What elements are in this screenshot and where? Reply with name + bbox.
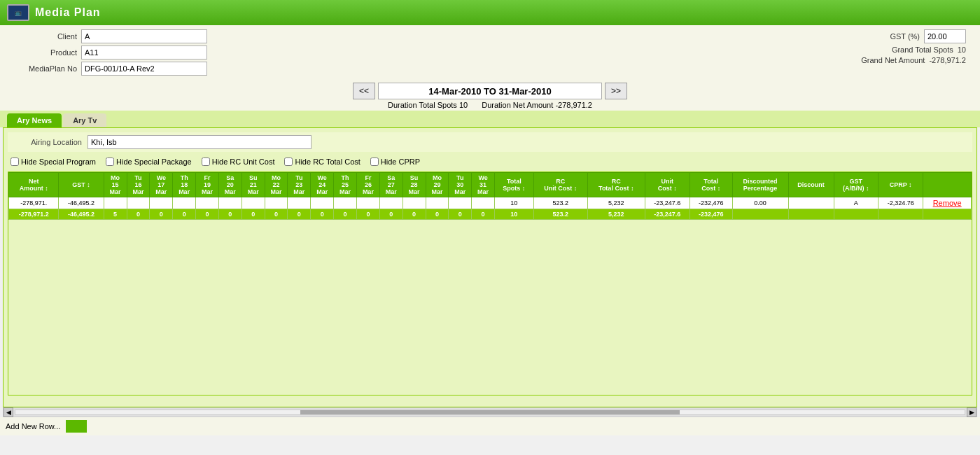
col-th25[interactable]: Th25Mar bbox=[334, 173, 357, 197]
product-row: Product bbox=[14, 46, 207, 59]
scroll-track[interactable] bbox=[15, 410, 965, 415]
gst-row: GST (%) bbox=[829, 29, 966, 43]
duration-amount-label: Duration Net Amount -278,971.2 bbox=[482, 101, 592, 109]
client-row: Client bbox=[14, 29, 207, 43]
col-gst[interactable]: GST ↕ bbox=[59, 173, 104, 197]
col-total-cost[interactable]: TotalCost ↕ bbox=[690, 173, 732, 197]
duration-row: Duration Total Spots 10 Duration Net Amo… bbox=[388, 101, 592, 109]
col-we17[interactable]: We17Mar bbox=[150, 173, 173, 197]
mediaplan-input[interactable] bbox=[81, 62, 207, 76]
grand-net-amount-value: -278,971.2 bbox=[929, 56, 966, 64]
mediaplan-label: MediaPlan No bbox=[14, 64, 77, 73]
form-left: Client Product MediaPlan No bbox=[14, 29, 207, 76]
gst-input[interactable] bbox=[924, 29, 966, 43]
date-nav: << >> Duration Total Spots 10 Duration N… bbox=[0, 80, 980, 111]
checkboxes-row: Hide Special Program Hide Special Packag… bbox=[8, 156, 972, 167]
col-fr19[interactable]: Fr19Mar bbox=[196, 173, 219, 197]
col-sa20[interactable]: Sa20Mar bbox=[218, 173, 241, 197]
tv-icon: 📺 bbox=[7, 4, 29, 21]
app-title: Media Plan bbox=[35, 6, 101, 19]
table-row: -278,971. -46,495.2 bbox=[9, 197, 972, 209]
grand-amount-row: Grand Net Amount -278,971.2 bbox=[813, 56, 966, 64]
mediaplan-row: MediaPlan No bbox=[14, 62, 207, 76]
hide-rc-total-cost-checkbox[interactable]: Hide RC Total Cost bbox=[284, 158, 360, 166]
scroll-right-btn[interactable]: ▶ bbox=[967, 407, 976, 417]
hide-special-program-checkbox[interactable]: Hide Special Program bbox=[10, 158, 96, 166]
col-action bbox=[923, 173, 972, 197]
col-tu16[interactable]: Tu16Mar bbox=[127, 173, 150, 197]
scroll-thumb[interactable] bbox=[300, 410, 680, 414]
date-range-input[interactable] bbox=[378, 83, 602, 99]
col-net-amount[interactable]: NetAmount ↕ bbox=[9, 173, 59, 197]
grand-total-spots-value: 10 bbox=[958, 46, 966, 54]
next-date-btn[interactable]: >> bbox=[605, 83, 627, 99]
add-row-btn[interactable] bbox=[66, 420, 87, 433]
hide-rc-unit-cost-checkbox[interactable]: Hide RC Unit Cost bbox=[202, 158, 275, 166]
airing-row: Airing Location bbox=[8, 132, 972, 152]
cell-total-cost: -232,476 bbox=[690, 197, 732, 209]
data-table-wrap[interactable]: NetAmount ↕ GST ↕ Mo15Mar Tu16Mar We17Ma… bbox=[8, 172, 972, 396]
col-mo15[interactable]: Mo15Mar bbox=[104, 173, 127, 197]
cell-cprp: -2,324.76 bbox=[878, 197, 923, 209]
form-right: GST (%) Grand Total Spots 10 Grand Net A… bbox=[813, 29, 966, 76]
col-th18[interactable]: Th18Mar bbox=[173, 173, 196, 197]
gst-label: GST (%) bbox=[829, 32, 920, 41]
col-gst-abn[interactable]: GST(A/B/N) ↕ bbox=[834, 173, 878, 197]
product-label: Product bbox=[14, 48, 77, 57]
prev-date-btn[interactable]: << bbox=[353, 83, 375, 99]
airing-location-label: Airing Location bbox=[12, 138, 82, 146]
col-su21[interactable]: Su21Mar bbox=[241, 173, 265, 197]
col-discounted-pct[interactable]: DiscountedPercentage bbox=[732, 173, 788, 197]
tab-ary-tv[interactable]: Ary Tv bbox=[63, 113, 106, 127]
cell-gst: -46,495.2 bbox=[59, 197, 104, 209]
cell-total-spots: 10 bbox=[495, 197, 534, 209]
tabs-area: Ary News Ary Tv bbox=[0, 111, 980, 127]
col-mo29[interactable]: Mo29Mar bbox=[426, 173, 449, 197]
form-area: Client Product MediaPlan No GST (%) Gran… bbox=[0, 25, 980, 80]
cell-net-amount: -278,971. bbox=[9, 197, 59, 209]
grand-total-spots-label: Grand Total Spots bbox=[841, 46, 953, 54]
col-sa27[interactable]: Sa27Mar bbox=[379, 173, 402, 197]
col-tu30[interactable]: Tu30Mar bbox=[449, 173, 472, 197]
main-panel: Airing Location Hide Special Program Hid… bbox=[3, 127, 977, 407]
col-mo22[interactable]: Mo22Mar bbox=[265, 173, 288, 197]
col-total-spots[interactable]: TotalSpots ↕ bbox=[495, 173, 534, 197]
date-row: << >> bbox=[353, 83, 627, 99]
hide-cprp-checkbox[interactable]: Hide CPRP bbox=[370, 158, 420, 166]
client-label: Client bbox=[14, 32, 77, 41]
cell-unit-cost: -23,247.6 bbox=[645, 197, 690, 209]
table-header-row: NetAmount ↕ GST ↕ Mo15Mar Tu16Mar We17Ma… bbox=[9, 173, 972, 197]
col-discount[interactable]: Discount bbox=[788, 173, 834, 197]
cell-discount bbox=[788, 197, 834, 209]
add-row-area: Add New Row... bbox=[0, 417, 980, 435]
cell-rc-total-cost: 5,232 bbox=[587, 197, 645, 209]
header-bar: 📺 Media Plan bbox=[0, 0, 980, 25]
grand-spots-row: Grand Total Spots 10 bbox=[841, 46, 966, 54]
tab-ary-news[interactable]: Ary News bbox=[7, 113, 62, 127]
col-we31[interactable]: We31Mar bbox=[472, 173, 495, 197]
airing-location-input[interactable] bbox=[88, 135, 312, 149]
grand-net-amount-label: Grand Net Amount bbox=[813, 56, 925, 64]
col-unit-cost[interactable]: UnitCost ↕ bbox=[645, 173, 690, 197]
table-total-row: -278,971.2 -46,495.2 5 0 0 0 0 0 0 0 0 0… bbox=[9, 209, 972, 220]
data-table: NetAmount ↕ GST ↕ Mo15Mar Tu16Mar We17Ma… bbox=[8, 172, 972, 220]
cell-rc-unit-cost: 523.2 bbox=[533, 197, 587, 209]
cell-gst-abn: A bbox=[834, 197, 878, 209]
col-rc-total-cost[interactable]: RCTotal Cost ↕ bbox=[587, 173, 645, 197]
remove-link[interactable]: Remove bbox=[933, 199, 962, 207]
hide-special-package-checkbox[interactable]: Hide Special Package bbox=[106, 158, 192, 166]
add-new-row-label: Add New Row... bbox=[6, 422, 60, 430]
col-cprp[interactable]: CPRP ↕ bbox=[878, 173, 923, 197]
col-fr26[interactable]: Fr26Mar bbox=[356, 173, 379, 197]
cell-discounted-pct: 0.00 bbox=[732, 197, 788, 209]
col-su28[interactable]: Su28Mar bbox=[402, 173, 426, 197]
col-rc-unit-cost[interactable]: RCUnit Cost ↕ bbox=[533, 173, 587, 197]
horizontal-scrollbar[interactable]: ◀ ▶ bbox=[3, 407, 977, 417]
duration-spots-label: Duration Total Spots 10 bbox=[388, 101, 468, 109]
scroll-left-btn[interactable]: ◀ bbox=[4, 407, 13, 417]
client-input[interactable] bbox=[81, 29, 207, 43]
cell-action[interactable]: Remove bbox=[923, 197, 972, 209]
product-input[interactable] bbox=[81, 46, 207, 59]
col-we24[interactable]: We24Mar bbox=[311, 173, 334, 197]
col-tu23[interactable]: Tu23Mar bbox=[288, 173, 311, 197]
